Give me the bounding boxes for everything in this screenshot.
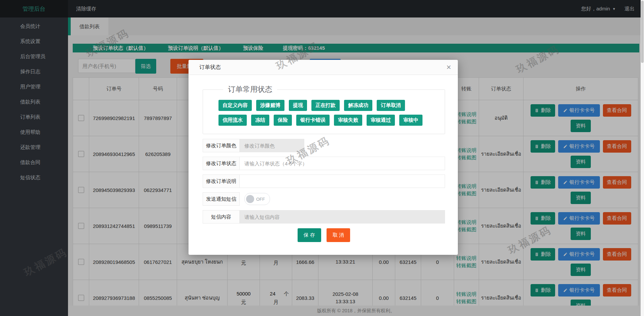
- modal-field-order-color: 修改订单颜色: [203, 139, 445, 152]
- modal-header: 订单状态 ×: [189, 60, 458, 75]
- close-icon[interactable]: ×: [446, 63, 451, 71]
- save-button[interactable]: 保 存: [298, 228, 321, 242]
- modal-field-label-order-color: 修改订单颜色: [203, 139, 240, 152]
- modal-status-button[interactable]: 提现: [289, 100, 307, 111]
- vertical-scrollbar: [641, 0, 644, 316]
- status-fieldset: 订单常用状态 自定义内容涉嫌赌博提现正在打款解冻成功订单取消信用流水冻结保险银行…: [203, 84, 445, 134]
- modal-input-order-desc[interactable]: [240, 174, 445, 188]
- modal-title: 订单状态: [199, 64, 221, 71]
- order-status-modal: 订单状态 × 订单常用状态 自定义内容涉嫌赌博提现正在打款解冻成功订单取消信用流…: [189, 60, 458, 255]
- modal-input-order-status[interactable]: [240, 157, 445, 170]
- modal-status-button[interactable]: 解冻成功: [344, 100, 372, 111]
- modal-field-input-wrap-sms-content: [240, 210, 445, 224]
- modal-status-button[interactable]: 信用流水: [218, 115, 247, 126]
- modal-field-input-wrap-order-desc: [240, 174, 445, 188]
- modal-field-label-notify-sms: 发送通知短信: [203, 192, 240, 206]
- modal-field-input-wrap-order-status: [240, 157, 445, 170]
- modal-field-order-status: 修改订单状态: [203, 157, 445, 170]
- modal-status-button[interactable]: 审核中: [399, 115, 422, 126]
- modal-field-label-order-status: 修改订单状态: [203, 157, 240, 170]
- sms-toggle-off[interactable]: OFF: [244, 193, 270, 205]
- modal-input-sms-content[interactable]: [240, 210, 445, 224]
- modal-field-label-order-desc: 修改订单说明: [203, 174, 240, 188]
- modal-status-button[interactable]: 订单取消: [377, 100, 405, 111]
- modal-status-button[interactable]: 审核通过: [367, 115, 395, 126]
- modal-body: 订单常用状态 自定义内容涉嫌赌博提现正在打款解冻成功订单取消信用流水冻结保险银行…: [189, 75, 458, 242]
- modal-fields: 修改订单颜色修改订单状态修改订单说明发送通知短信OFF短信内容: [203, 139, 445, 224]
- modal-status-button[interactable]: 正在打款: [311, 100, 340, 111]
- modal-footer: 保 存 取 消: [203, 228, 445, 242]
- status-fieldset-legend: 订单常用状态: [223, 84, 277, 94]
- scrollbar-thumb[interactable]: [641, 1, 644, 63]
- modal-field-sms-content: 短信内容: [203, 210, 445, 224]
- toggle-state-label: OFF: [256, 197, 265, 202]
- toggle-knob: [246, 195, 254, 203]
- modal-status-button[interactable]: 银行卡错误: [296, 115, 330, 126]
- modal-status-button[interactable]: 冻结: [251, 115, 269, 126]
- status-buttons: 自定义内容涉嫌赌博提现正在打款解冻成功订单取消信用流水冻结保险银行卡错误审核失败…: [218, 100, 437, 126]
- modal-status-button[interactable]: 涉嫌赌博: [256, 100, 284, 111]
- modal-field-label-sms-content: 短信内容: [203, 210, 240, 224]
- cancel-button[interactable]: 取 消: [327, 228, 350, 242]
- modal-status-button[interactable]: 保险: [274, 115, 292, 126]
- modal-field-notify-sms: 发送通知短信OFF: [203, 192, 445, 206]
- modal-field-order-desc: 修改订单说明: [203, 174, 445, 188]
- modal-status-button[interactable]: 自定义内容: [218, 100, 252, 111]
- modal-status-button[interactable]: 审核失败: [334, 115, 362, 126]
- modal-input-order-color[interactable]: [240, 139, 304, 152]
- modal-field-input-wrap-order-color: [240, 139, 304, 152]
- admin-app: 管理后台 清除缓存 您好，admin ▼ 退出 会员统计系统设置后台管理员操作日…: [0, 0, 644, 316]
